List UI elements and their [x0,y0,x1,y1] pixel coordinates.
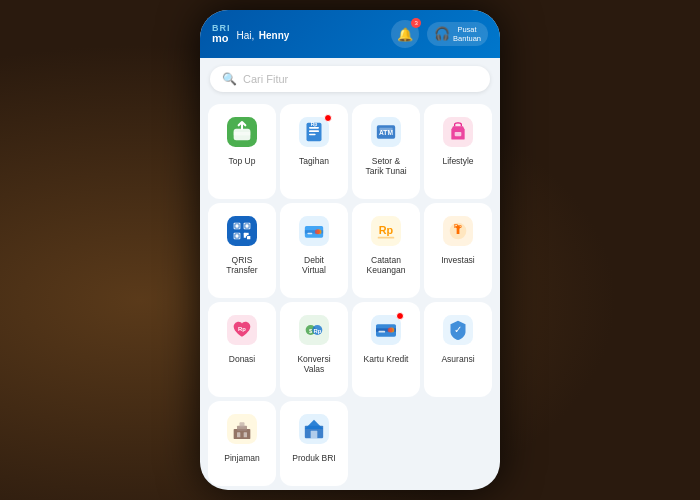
svg-rect-5 [309,127,319,129]
svg-rect-2 [234,132,251,135]
setor-icon: ATM [366,112,406,152]
help-label: PusatBantuan [453,25,481,43]
bell-icon: 🔔 [397,27,413,42]
header-right: 🔔 3 🎧 PusatBantuan [391,20,488,48]
asuransi-icon: ✓ [438,310,478,350]
svg-rect-60 [240,422,245,427]
menu-item-kartu[interactable]: Kartu Kredit [352,302,420,397]
svg-point-54 [388,328,393,333]
svg-rect-7 [309,134,316,136]
svg-rect-65 [311,431,318,439]
svg-rect-26 [247,236,250,239]
svg-point-34 [315,229,320,234]
pinjaman-label: Pinjaman [224,453,259,463]
topup-label: Top Up [229,156,256,166]
svg-rect-18 [235,224,238,227]
menu-item-konversi[interactable]: $RpKonversiValas [280,302,348,397]
menu-item-lifestyle[interactable]: Lifestyle [424,104,492,199]
notification-dot [324,114,332,122]
svg-rect-12 [379,128,392,131]
bri-logo: BRI mo [212,24,231,44]
produk-icon [294,409,334,449]
svg-rect-14 [455,132,462,136]
svg-text:Rp: Rp [313,328,321,334]
notification-button[interactable]: 🔔 3 [391,20,419,48]
svg-rect-37 [378,237,395,239]
svg-rect-6 [309,130,319,132]
username: Henny [259,30,290,41]
headset-icon: 🎧 [434,27,450,41]
svg-rect-15 [227,216,257,246]
svg-rect-52 [379,331,386,333]
menu-item-catatan[interactable]: RpCatatanKeuangan [352,203,420,298]
menu-item-debit[interactable]: DebitVirtual [280,203,348,298]
tagihan-icon: Rp [294,112,334,152]
svg-rect-32 [307,233,312,235]
svg-rect-24 [235,234,238,237]
topup-icon [222,112,262,152]
phone-screen: BRI mo Hai, Henny 🔔 3 🎧 PusatBantuan [200,10,500,490]
header-left: BRI mo Hai, Henny [212,24,289,44]
produk-label: Produk BRI [292,453,335,463]
svg-rect-27 [244,236,247,238]
menu-item-investasi[interactable]: ⬆RpInvestasi [424,203,492,298]
menu-item-asuransi[interactable]: ✓Asuransi [424,302,492,397]
konversi-icon: $Rp [294,310,334,350]
menu-item-donasi[interactable]: RpDonasi [208,302,276,397]
svg-text:Rp: Rp [238,326,246,332]
asuransi-label: Asuransi [441,354,474,364]
menu-grid: Top UpRpTagihanATMSetor &Tarik TunaiLife… [200,100,500,490]
menu-item-topup[interactable]: Top Up [208,104,276,199]
menu-item-qris[interactable]: QRISTransfer [208,203,276,298]
menu-item-tagihan[interactable]: RpTagihan [280,104,348,199]
lifestyle-icon [438,112,478,152]
svg-text:Rp: Rp [454,223,462,229]
svg-text:Rp: Rp [311,121,318,127]
tagihan-label: Tagihan [299,156,329,166]
app-header: BRI mo Hai, Henny 🔔 3 🎧 PusatBantuan [200,10,500,58]
svg-rect-25 [244,233,247,236]
debit-label: DebitVirtual [302,255,326,275]
notif-badge: 3 [411,18,421,28]
kartu-icon [366,310,406,350]
greeting-text: Hai, Henny [237,25,290,43]
mo-text: mo [212,33,231,44]
catatan-icon: Rp [366,211,406,251]
svg-text:Rp: Rp [379,224,394,236]
svg-rect-62 [244,432,247,437]
lifestyle-label: Lifestyle [442,156,473,166]
svg-text:✓: ✓ [454,324,462,335]
search-placeholder: Cari Fitur [243,73,288,85]
investasi-label: Investasi [441,255,475,265]
konversi-label: KonversiValas [297,354,330,374]
svg-rect-61 [237,432,240,437]
donasi-icon: Rp [222,310,262,350]
menu-item-setor[interactable]: ATMSetor &Tarik Tunai [352,104,420,199]
qris-label: QRISTransfer [226,255,257,275]
kartu-label: Kartu Kredit [364,354,409,364]
search-bar[interactable]: 🔍 Cari Fitur [210,66,490,92]
catatan-label: CatatanKeuangan [367,255,406,275]
svg-rect-28 [247,233,249,236]
qris-icon [222,211,262,251]
pinjaman-icon [222,409,262,449]
menu-item-produk[interactable]: Produk BRI [280,401,348,486]
donasi-label: Donasi [229,354,255,364]
phone-frame: BRI mo Hai, Henny 🔔 3 🎧 PusatBantuan [200,10,500,490]
svg-rect-21 [245,224,248,227]
debit-icon [294,211,334,251]
search-icon: 🔍 [222,72,237,86]
menu-item-pinjaman[interactable]: Pinjaman [208,401,276,486]
help-button[interactable]: 🎧 PusatBantuan [427,22,488,46]
notification-dot [396,312,404,320]
investasi-icon: ⬆Rp [438,211,478,251]
setor-label: Setor &Tarik Tunai [365,156,406,176]
